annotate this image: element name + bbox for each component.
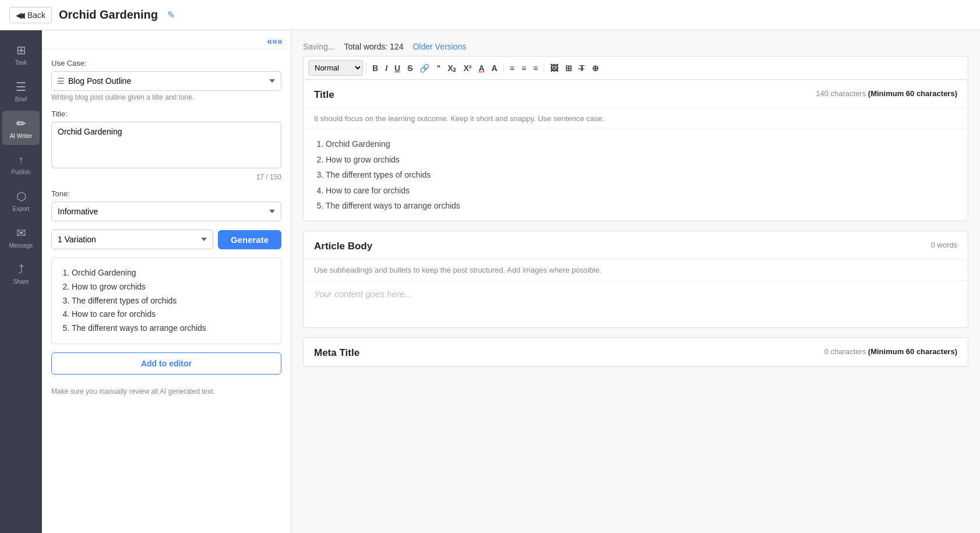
sidebar-item-label: Task (15, 59, 27, 66)
sidebar-item-label: Share (13, 278, 29, 285)
saving-status: Saving... (303, 42, 334, 51)
sidebar-item-task[interactable]: ⊞ Task (2, 37, 40, 72)
sidebar-item-share[interactable]: ⤴ Share (2, 257, 40, 291)
title-section-hint: It should focus on the learning outcome.… (304, 108, 968, 129)
list-item: How to care for orchids (326, 183, 957, 199)
result-list: Orchid Gardening How to grow orchids The… (60, 266, 273, 336)
subscript-button[interactable]: X₂ (445, 61, 459, 75)
use-case-description: Writing blog post outline given a title … (51, 93, 281, 101)
list-item: Orchid Gardening (72, 266, 273, 280)
table-button[interactable]: ⊞ (562, 61, 575, 75)
ordered-list-button[interactable]: ≡ (507, 61, 517, 75)
title-input[interactable]: Orchid Gardening (51, 122, 281, 168)
older-versions-button[interactable]: Older Versions (413, 42, 466, 51)
tone-label: Tone: (51, 189, 281, 198)
main-layout: ⊞ Task ☰ Brief ✏ AI Writer ↑ Publish ⬡ E… (0, 30, 980, 533)
strikethrough-button[interactable]: S (404, 61, 415, 75)
result-box: Orchid Gardening How to grow orchids The… (51, 257, 281, 344)
sidebar-item-label: Brief (15, 96, 27, 103)
message-icon: ✉ (16, 226, 26, 240)
title-section-header: Title 140 characters (Minimum 60 charact… (304, 80, 968, 108)
total-words: Total words: 124 (344, 42, 403, 51)
list-item: The different types of orchids (326, 167, 957, 183)
sidebar-item-publish[interactable]: ↑ Publish (2, 147, 40, 181)
sidebar-item-export[interactable]: ⬡ Export (2, 183, 40, 218)
page-title: Orchid Gardening (59, 8, 158, 22)
article-body-section-meta: 0 words (930, 241, 957, 249)
underline-button[interactable]: U (392, 61, 403, 75)
sidebar-item-label: Export (13, 206, 30, 212)
sidebar-item-brief[interactable]: ☰ Brief (2, 74, 40, 108)
title-label: Title: (51, 110, 281, 118)
list-item: The different types of orchids (72, 294, 273, 308)
panel-header: ««« (42, 30, 291, 50)
list-item: How to grow orchids (72, 280, 273, 294)
unordered-list-button[interactable]: ≡ (519, 61, 529, 75)
publish-icon: ↑ (18, 153, 24, 167)
tone-select[interactable]: Informative Casual Professional Friendly (51, 202, 281, 221)
article-body-section-hint: Use subheadings and bullets to keep the … (304, 260, 968, 281)
link-button[interactable]: 🔗 (417, 61, 432, 75)
bold-button[interactable]: B (369, 61, 381, 75)
collapse-button[interactable]: ««« (267, 36, 283, 47)
meta-title-section-card: Meta Title 0 characters (Minimum 60 char… (303, 337, 968, 367)
meta-title-section-header: Meta Title 0 characters (Minimum 60 char… (304, 338, 968, 366)
clear-format-button[interactable]: T̶ (576, 61, 588, 75)
font-color-button[interactable]: A (475, 61, 487, 75)
variation-select[interactable]: 1 Variation 2 Variations 3 Variations (51, 230, 213, 249)
use-case-select[interactable]: Blog Post Outline Article Outline Essay … (51, 71, 281, 91)
superscript-button[interactable]: X² (460, 61, 474, 75)
add-to-editor-button[interactable]: Add to editor (51, 352, 281, 375)
use-case-field: Use Case: ☰ Blog Post Outline Article Ou… (51, 59, 281, 101)
task-icon: ⊞ (16, 43, 26, 57)
toolbar-separator (503, 63, 504, 73)
disclaimer-text: Make sure you manually review all AI gen… (51, 387, 281, 396)
editor-toolbar: NormalHeading 1Heading 2 B I U S 🔗 " X₂ … (303, 56, 968, 79)
sidebar: ⊞ Task ☰ Brief ✏ AI Writer ↑ Publish ⬡ E… (0, 30, 42, 533)
generate-row: 1 Variation 2 Variations 3 Variations Ge… (51, 230, 281, 249)
list-item: How to grow orchids (326, 152, 957, 168)
article-body-section-title: Article Body (314, 241, 372, 252)
article-body-section-card: Article Body 0 words Use subheadings and… (303, 231, 968, 328)
edit-icon[interactable]: ✎ (167, 9, 175, 20)
sidebar-item-ai-writer[interactable]: ✏ AI Writer (2, 111, 40, 145)
title-section-card: Title 140 characters (Minimum 60 charact… (303, 79, 968, 221)
editor-topbar: Saving... Total words: 124 Older Version… (303, 42, 968, 51)
quote-button[interactable]: " (433, 61, 443, 75)
ai-writer-panel: ««« Use Case: ☰ Blog Post Outline Articl… (42, 30, 291, 533)
title-char-count: 17 / 150 (51, 173, 281, 181)
toolbar-separator (366, 63, 366, 73)
sidebar-item-message[interactable]: ✉ Message (2, 220, 40, 255)
italic-button[interactable]: I (382, 61, 390, 75)
generate-button[interactable]: Generate (218, 230, 281, 249)
brief-icon: ☰ (16, 80, 26, 94)
highlight-button[interactable]: A (489, 61, 500, 75)
article-body-section-header: Article Body 0 words (304, 231, 968, 260)
share-icon: ⤴ (18, 263, 24, 276)
article-body-placeholder[interactable]: Your content goes here... (304, 281, 968, 327)
list-item: The different ways to arrange orchids (72, 322, 273, 336)
format-select[interactable]: NormalHeading 1Heading 2 (308, 60, 363, 76)
panel-body: Use Case: ☰ Blog Post Outline Article Ou… (42, 50, 291, 405)
align-button[interactable]: ≡ (530, 61, 541, 75)
title-section-meta: 140 characters (Minimum 60 characters) (816, 89, 957, 98)
title-content-list: Orchid Gardening How to grow orchids The… (314, 136, 957, 214)
title-field: Title: Orchid Gardening 17 / 150 (51, 110, 281, 181)
export-icon: ⬡ (16, 189, 26, 203)
sidebar-item-label: Message (9, 242, 33, 249)
insert-button[interactable]: ⊕ (589, 61, 602, 75)
toolbar-separator (544, 63, 544, 73)
meta-title-section-title: Meta Title (314, 347, 359, 359)
meta-title-section-meta: 0 characters (Minimum 60 characters) (824, 347, 957, 356)
list-item: How to care for orchids (72, 308, 273, 322)
editor-area: Saving... Total words: 124 Older Version… (291, 30, 980, 533)
hamburger-icon: ☰ (57, 76, 65, 86)
title-section-title: Title (314, 89, 334, 101)
use-case-label: Use Case: (51, 59, 281, 68)
ai-writer-icon: ✏ (16, 117, 26, 130)
list-item: The different ways to arrange orchids (326, 198, 957, 214)
sidebar-item-label: AI Writer (10, 133, 33, 139)
image-button[interactable]: 🖼 (547, 61, 561, 75)
title-section-body: Orchid Gardening How to grow orchids The… (304, 129, 968, 221)
back-button[interactable]: ◀ ◀ Back (9, 7, 52, 23)
